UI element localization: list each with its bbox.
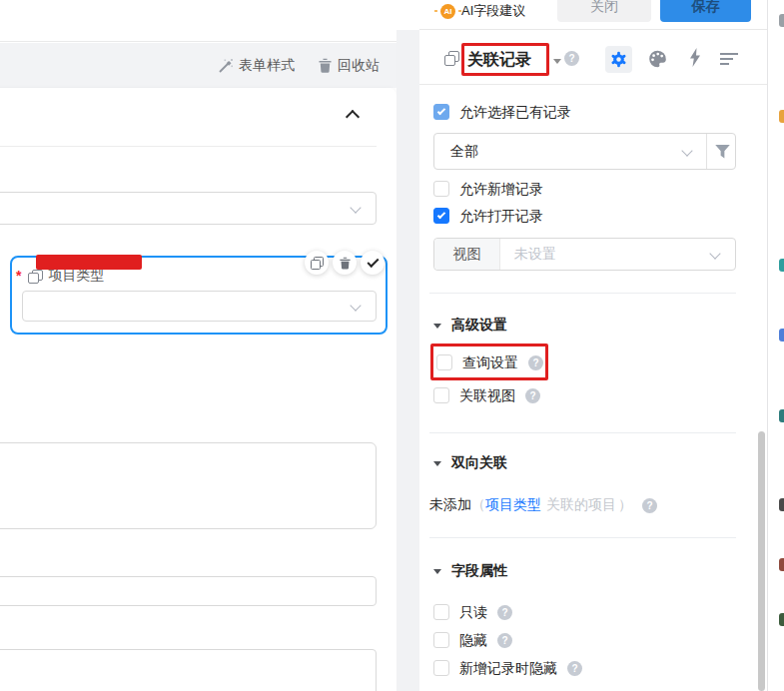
relation-view-checkbox[interactable]	[433, 387, 449, 403]
magic-wand-icon	[219, 59, 233, 73]
link-icon	[28, 270, 41, 283]
topbar-divider	[419, 29, 784, 30]
hide-on-create-checkbox[interactable]	[433, 660, 449, 676]
bidir-field-link[interactable]: 项目类型	[485, 496, 541, 514]
recycle-bin-label: 回收站	[338, 57, 380, 75]
sort-lines-icon	[720, 53, 738, 68]
hidden-row: 隐藏	[433, 632, 512, 648]
field-value-select[interactable]	[22, 291, 377, 322]
delete-field-button[interactable]	[333, 251, 357, 275]
bidirectional-title: 双向关联	[451, 454, 507, 472]
chevron-down-icon	[350, 202, 361, 213]
hide-on-create-label: 新增记录时隐藏	[459, 660, 557, 676]
canvas-divider	[0, 146, 377, 147]
advanced-settings-header[interactable]: 高级设置	[433, 317, 507, 335]
cutoff-icon	[779, 329, 784, 342]
canvas-gutter	[396, 30, 419, 691]
allow-create-row: 允许新增记录	[433, 181, 543, 197]
field-props-header[interactable]: 字段属性	[433, 562, 507, 580]
canvas-field-select[interactable]	[0, 192, 377, 225]
cutoff-icon	[779, 409, 784, 422]
cutoff-icon	[779, 259, 784, 272]
topbar-left	[0, 0, 396, 42]
canvas-toolbar: 表单样式 回收站	[0, 43, 396, 88]
form-style-button[interactable]: 表单样式	[219, 57, 295, 75]
allow-create-checkbox[interactable]	[433, 181, 449, 197]
copy-icon	[311, 257, 323, 269]
canvas-field-input[interactable]	[0, 576, 377, 606]
bidir-paren-open: （	[471, 496, 485, 514]
canvas-field-textarea[interactable]	[0, 442, 377, 529]
style-tab[interactable]	[648, 50, 667, 68]
ai-field-suggestion-button[interactable]: AI AI字段建议	[440, 1, 525, 21]
help-icon[interactable]	[567, 661, 582, 676]
view-placeholder: 未设置	[514, 246, 556, 264]
settings-tab-active[interactable]	[605, 46, 632, 73]
check-icon	[367, 255, 379, 267]
caret-down-icon[interactable]	[553, 59, 561, 64]
advanced-settings-title: 高级设置	[451, 317, 507, 335]
cutoff-icon	[779, 558, 784, 571]
help-icon[interactable]	[497, 633, 512, 648]
bidirectional-header[interactable]: 双向关联	[433, 454, 507, 472]
save-button[interactable]: 保存	[660, 0, 751, 22]
form-style-label: 表单样式	[239, 57, 295, 75]
annotation-box-query	[430, 344, 548, 380]
right-edge-strip	[768, 0, 784, 691]
selected-field-card[interactable]: * 项目类型	[10, 256, 388, 335]
scrollbar-thumb[interactable]	[758, 431, 765, 691]
canvas-field-input[interactable]	[0, 649, 377, 691]
palette-icon	[648, 50, 667, 68]
gear-icon	[610, 51, 627, 68]
chevron-down-icon	[709, 248, 720, 259]
lightning-icon	[689, 48, 701, 67]
allow-select-row: 允许选择已有记录	[433, 104, 571, 120]
cutoff-icon	[779, 14, 784, 27]
allow-open-row: 允许打开记录	[433, 208, 543, 224]
ai-suggestion-label: AI字段建议	[461, 2, 525, 20]
view-select[interactable]: 视图 未设置	[433, 238, 736, 271]
allow-create-label: 允许新增记录	[459, 181, 543, 197]
help-icon[interactable]	[525, 388, 540, 403]
cutoff-icon	[779, 110, 784, 123]
allow-select-label: 允许选择已有记录	[459, 104, 571, 120]
duplicate-field-button[interactable]	[305, 251, 329, 275]
help-icon[interactable]	[564, 51, 579, 66]
help-icon[interactable]	[497, 605, 512, 620]
events-tab[interactable]	[689, 48, 701, 67]
filter-button[interactable]	[707, 134, 737, 169]
bidirectional-status-line: 未添加 （ 项目类型 关联的项目 ）	[429, 496, 657, 514]
recycle-bin-button[interactable]: 回收站	[319, 57, 380, 75]
required-mark: *	[16, 268, 21, 284]
form-designer-screen: AI AI字段建议 关闭 保存 表单样式 回收站	[0, 0, 784, 691]
allow-select-checkbox[interactable]	[433, 104, 449, 120]
allow-open-label: 允许打开记录	[459, 208, 543, 224]
panel-divider	[429, 537, 736, 538]
triangle-down-icon	[433, 461, 441, 466]
help-icon[interactable]	[642, 498, 657, 513]
hidden-checkbox[interactable]	[433, 632, 449, 648]
triangle-down-icon	[433, 569, 441, 574]
trash-icon	[340, 257, 351, 270]
form-canvas-card: * 项目类型	[0, 88, 396, 691]
allow-open-checkbox[interactable]	[433, 208, 449, 224]
cutoff-icon	[779, 613, 784, 626]
close-button[interactable]: 关闭	[557, 0, 651, 22]
record-range-select[interactable]: 全部	[433, 133, 736, 170]
filter-funnel-icon	[715, 145, 730, 159]
field-action-buttons	[305, 251, 385, 275]
readonly-checkbox[interactable]	[433, 604, 449, 620]
confirm-field-button[interactable]	[361, 251, 385, 275]
chevron-down-icon	[350, 300, 361, 311]
relation-view-label: 关联视图	[459, 387, 515, 403]
panel-divider	[429, 293, 736, 294]
range-selected-value: 全部	[450, 143, 478, 161]
trash-icon	[319, 58, 332, 73]
more-settings-tab[interactable]	[720, 53, 738, 68]
view-segment-label: 视图	[434, 239, 500, 270]
bidir-suffix: 关联的项目	[546, 496, 616, 514]
hide-on-create-row: 新增记录时隐藏	[433, 660, 582, 676]
annotation-red-bar	[36, 255, 142, 270]
collapse-chevron-icon[interactable]	[346, 110, 360, 124]
field-props-title: 字段属性	[451, 562, 507, 580]
